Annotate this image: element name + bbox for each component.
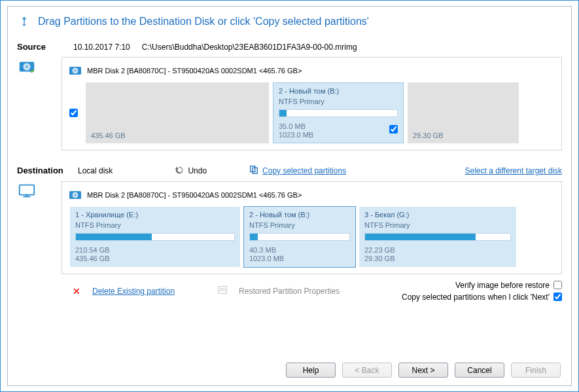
partition-usage-bar xyxy=(364,233,511,241)
destination-computer-icon xyxy=(17,181,54,201)
partition-sizes: 35.0 MB1023.0 MB xyxy=(279,122,398,139)
wizard-button-row: Help < Back Next > Cancel Finish xyxy=(286,363,561,378)
svg-rect-8 xyxy=(20,185,35,195)
partition-fs: NTFS Primary xyxy=(279,98,398,105)
source-disk-title: MBR Disk 2 [BA80870C] - ST9500420AS 0002… xyxy=(87,67,302,75)
source-partition[interactable]: 2 - Новый том (B:)NTFS Primary35.0 MB102… xyxy=(273,82,404,143)
restored-props-label: Restored Partition Properties xyxy=(239,287,340,296)
copy-icon xyxy=(249,165,258,176)
verify-option[interactable]: Verify image before restore xyxy=(402,281,562,290)
partition-fs: NTFS Primary xyxy=(75,221,235,229)
destination-subtitle: Local disk xyxy=(78,166,113,175)
delete-x-icon: ✕ xyxy=(73,286,80,296)
svg-point-5 xyxy=(75,70,76,71)
source-info-row: Source 10.10.2017 7:10 C:\Users\Buddha\D… xyxy=(17,42,562,52)
partition-size: 435.46 GB xyxy=(91,132,264,140)
source-path: C:\Users\Buddha\Desktop\23EAB3601D1FA3A9… xyxy=(142,43,357,52)
cancel-button[interactable]: Cancel xyxy=(455,363,504,378)
partition-name: 2 - Новый том (B:) xyxy=(249,211,350,219)
partition-name: 1 - Хранилище (E:) xyxy=(75,211,235,219)
svg-point-2 xyxy=(26,66,28,68)
destination-disk-title: MBR Disk 2 [BA80870C] - ST9500420AS 0002… xyxy=(87,191,302,199)
finish-button[interactable]: Finish xyxy=(511,363,561,378)
wizard-title: Drag Partitions to the Destination Disk … xyxy=(38,16,369,27)
partition-fs: NTFS Primary xyxy=(364,221,511,229)
partition-usage-bar xyxy=(279,109,398,117)
partition-name: 2 - Новый том (B:) xyxy=(279,87,398,95)
delete-partition-link[interactable]: Delete Existing partition xyxy=(92,287,175,296)
destination-label: Destination xyxy=(17,166,65,175)
partition-size: 29.30 GB xyxy=(413,132,514,140)
source-partition[interactable]: 435.46 GB xyxy=(86,82,269,143)
refresh-swap-icon xyxy=(17,14,31,29)
help-button[interactable]: Help xyxy=(286,363,336,378)
partition-sizes: 40.3 MB1023.0 MB xyxy=(249,246,350,262)
undo-button[interactable]: Undo xyxy=(188,166,207,175)
disk-icon xyxy=(67,63,83,79)
partition-usage-bar xyxy=(75,233,235,241)
verify-checkbox[interactable] xyxy=(553,281,562,289)
next-button[interactable]: Next > xyxy=(398,363,448,378)
partition-usage-bar xyxy=(249,233,350,241)
disk-icon xyxy=(67,187,83,203)
source-disk-box: MBR Disk 2 [BA80870C] - ST9500420AS 0002… xyxy=(61,57,562,151)
wizard-header: Drag Partitions to the Destination Disk … xyxy=(17,14,562,29)
svg-rect-9 xyxy=(23,196,30,198)
partition-name: 3 - Бекап (G:) xyxy=(364,211,511,219)
svg-rect-10 xyxy=(26,195,28,196)
source-label: Source xyxy=(17,42,61,52)
copy-on-next-label: Copy selected partitions when I click 'N… xyxy=(402,293,550,302)
destination-partition[interactable]: 3 - Бекап (G:)NTFS Primary22.23 GB29.30 … xyxy=(359,207,516,266)
destination-disk-box: MBR Disk 2 [BA80870C] - ST9500420AS 0002… xyxy=(61,181,562,274)
select-target-link[interactable]: Select a different target disk xyxy=(465,166,562,175)
partition-sizes: 22.23 GB29.30 GB xyxy=(364,246,511,262)
copy-selected-link[interactable]: Copy selected partitions xyxy=(262,166,346,175)
back-button[interactable]: < Back xyxy=(342,363,392,378)
partition-fs: NTFS Primary xyxy=(249,221,350,229)
source-partition[interactable]: 29.30 GB xyxy=(408,82,519,143)
svg-rect-14 xyxy=(219,287,226,294)
destination-partition[interactable]: 1 - Хранилище (E:)NTFS Primary210.54 GB4… xyxy=(70,207,240,266)
destination-partition[interactable]: 2 - Новый том (B:)NTFS Primary40.3 MB102… xyxy=(244,207,355,266)
undo-icon xyxy=(175,165,184,176)
verify-label: Verify image before restore xyxy=(455,281,550,290)
source-timestamp: 10.10.2017 7:10 xyxy=(73,43,130,52)
source-select-all-checkbox[interactable] xyxy=(69,109,78,117)
partition-sizes: 210.54 GB435.46 GB xyxy=(75,246,235,262)
source-disk-icon xyxy=(17,57,54,77)
restored-props-icon xyxy=(218,285,227,296)
svg-point-13 xyxy=(75,194,76,196)
partition-checkbox[interactable] xyxy=(389,125,398,134)
copy-on-next-option[interactable]: Copy selected partitions when I click 'N… xyxy=(402,293,562,302)
copy-on-next-checkbox[interactable] xyxy=(553,293,562,301)
